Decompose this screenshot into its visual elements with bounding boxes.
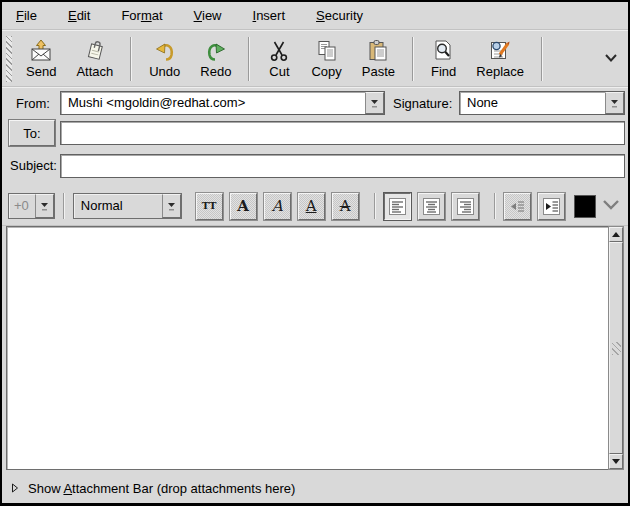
redo-icon bbox=[204, 39, 228, 63]
main-toolbar: Send Attach Undo bbox=[2, 31, 628, 87]
send-button[interactable]: Send bbox=[16, 36, 66, 82]
copy-icon bbox=[315, 39, 339, 63]
chevron-down-icon bbox=[604, 53, 618, 63]
dropdown-arrow-icon bbox=[369, 98, 380, 109]
toolbar-overflow-button[interactable] bbox=[600, 47, 622, 70]
format-separator bbox=[63, 193, 65, 219]
bold-toggle-button[interactable]: A bbox=[230, 193, 257, 220]
menu-security[interactable]: Security bbox=[314, 6, 365, 25]
paste-label: Paste bbox=[362, 64, 395, 79]
dropdown-arrow-icon bbox=[609, 98, 620, 109]
align-center-icon bbox=[422, 197, 441, 216]
to-button[interactable]: To: bbox=[9, 120, 55, 146]
menu-file[interactable]: File bbox=[14, 6, 39, 25]
undo-label: Undo bbox=[149, 64, 180, 79]
dropdown-arrow-icon bbox=[166, 201, 177, 212]
strikethrough-toggle-button[interactable]: A bbox=[332, 193, 359, 220]
cut-label: Cut bbox=[269, 64, 289, 79]
strikethrough-icon: A bbox=[340, 199, 351, 214]
dropdown-arrow-icon bbox=[39, 201, 50, 212]
paragraph-style-value: Normal bbox=[74, 194, 162, 218]
replace-button[interactable]: Replace bbox=[466, 36, 534, 82]
align-left-icon bbox=[388, 197, 407, 216]
typewriter-toggle-button[interactable]: TT bbox=[196, 193, 223, 220]
undo-button[interactable]: Undo bbox=[139, 36, 190, 82]
replace-icon bbox=[488, 39, 512, 63]
mail-composer-window: File Edit Format View Insert Security Se… bbox=[0, 0, 630, 506]
scrollbar-down-button[interactable] bbox=[609, 454, 623, 469]
cut-icon bbox=[267, 39, 291, 63]
align-center-button[interactable] bbox=[418, 193, 445, 220]
attach-label: Attach bbox=[76, 64, 113, 79]
redo-button[interactable]: Redo bbox=[190, 36, 241, 82]
attach-icon bbox=[83, 39, 107, 63]
align-left-button[interactable] bbox=[384, 193, 411, 220]
attachment-bar-expander[interactable]: Show Attachment Bar (drop attachments he… bbox=[2, 473, 628, 503]
cut-button[interactable]: Cut bbox=[257, 36, 301, 82]
from-combo[interactable]: Mushi <mgoldin@redhat.com> bbox=[60, 91, 385, 115]
subject-label: Subject: bbox=[10, 158, 57, 173]
font-size-value: +0 bbox=[9, 194, 35, 218]
from-combo-arrow-button[interactable] bbox=[365, 92, 384, 114]
toolbar-separator bbox=[248, 37, 250, 81]
toolbar-separator bbox=[412, 37, 414, 81]
menu-view-label: View bbox=[194, 8, 222, 23]
menu-edit-label: Edit bbox=[68, 8, 90, 23]
attachment-bar-label: Show Attachment Bar (drop attachments he… bbox=[28, 481, 295, 496]
from-combo-value: Mushi <mgoldin@redhat.com> bbox=[61, 92, 365, 114]
send-label: Send bbox=[26, 64, 56, 79]
toolbar-separator bbox=[130, 37, 132, 81]
copy-button[interactable]: Copy bbox=[301, 36, 351, 82]
message-body-area bbox=[6, 226, 624, 470]
arrow-up-icon bbox=[612, 228, 620, 237]
indent-button[interactable] bbox=[538, 193, 565, 220]
arrow-down-icon bbox=[612, 459, 620, 468]
menu-security-label: Security bbox=[316, 8, 363, 23]
paragraph-style-arrow-button[interactable] bbox=[162, 194, 181, 218]
font-size-combo[interactable]: +0 bbox=[8, 193, 55, 219]
font-size-arrow-button[interactable] bbox=[35, 194, 54, 218]
menu-bar: File Edit Format View Insert Security bbox=[2, 2, 628, 30]
find-icon bbox=[432, 39, 456, 63]
format-separator bbox=[374, 193, 376, 219]
header-fields: From: Mushi <mgoldin@redhat.com> Signatu… bbox=[2, 88, 628, 186]
underline-icon: A bbox=[306, 199, 317, 214]
triangle-right-icon bbox=[11, 483, 19, 493]
signature-combo-arrow-button[interactable] bbox=[605, 92, 624, 114]
format-toolbar: +0 Normal TT A A A bbox=[2, 187, 628, 226]
redo-label: Redo bbox=[200, 64, 231, 79]
replace-label: Replace bbox=[476, 64, 524, 79]
subject-input[interactable] bbox=[60, 154, 625, 178]
paragraph-style-combo[interactable]: Normal bbox=[73, 193, 182, 219]
menu-file-label: File bbox=[16, 8, 37, 23]
italic-toggle-button[interactable]: A bbox=[264, 193, 291, 220]
scrollbar-thumb[interactable] bbox=[609, 242, 623, 454]
align-right-button[interactable] bbox=[452, 193, 479, 220]
format-overflow-button[interactable] bbox=[602, 199, 620, 214]
undo-icon bbox=[153, 39, 177, 63]
paste-button[interactable]: Paste bbox=[352, 36, 405, 82]
to-input[interactable] bbox=[60, 121, 625, 145]
unindent-button[interactable] bbox=[504, 193, 531, 220]
attach-button[interactable]: Attach bbox=[66, 36, 123, 82]
signature-label: Signature: bbox=[393, 96, 452, 111]
scrollbar-up-button[interactable] bbox=[609, 227, 623, 242]
menu-view[interactable]: View bbox=[192, 6, 224, 25]
indent-icon bbox=[542, 197, 561, 216]
text-color-swatch[interactable] bbox=[574, 195, 596, 218]
toolbar-drag-handle[interactable] bbox=[6, 36, 12, 82]
menu-insert[interactable]: Insert bbox=[251, 6, 288, 25]
signature-combo[interactable]: None bbox=[459, 91, 625, 115]
menu-edit[interactable]: Edit bbox=[66, 6, 92, 25]
menu-format[interactable]: Format bbox=[119, 6, 164, 25]
signature-combo-value: None bbox=[460, 92, 605, 114]
unindent-icon bbox=[508, 197, 527, 216]
copy-label: Copy bbox=[311, 64, 341, 79]
paste-icon bbox=[366, 39, 390, 63]
underline-toggle-button[interactable]: A bbox=[298, 193, 325, 220]
find-button[interactable]: Find bbox=[421, 36, 466, 82]
toolbar-separator bbox=[541, 37, 543, 81]
scrollbar-grip-icon bbox=[612, 342, 621, 355]
vertical-scrollbar[interactable] bbox=[608, 226, 624, 470]
message-body-editor[interactable] bbox=[6, 226, 608, 470]
